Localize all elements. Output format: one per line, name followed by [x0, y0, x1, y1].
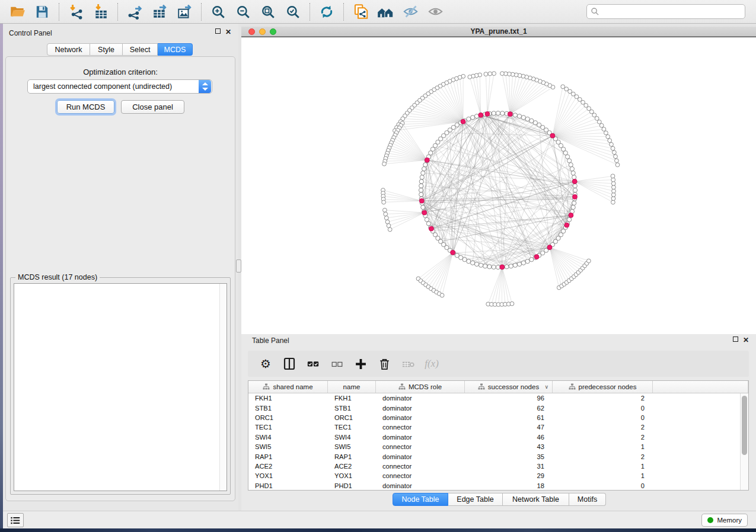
zoom-selected-icon — [285, 4, 301, 20]
column-header-predecessor-nodes[interactable]: predecessor nodes — [553, 381, 653, 393]
network-window-titlebar[interactable]: YPA_prune.txt_1 — [241, 27, 756, 37]
trash-icon — [378, 357, 391, 371]
table-scrollbar[interactable] — [740, 393, 748, 490]
main-toolbar — [0, 0, 756, 24]
column-header-filler — [653, 381, 748, 393]
memory-button[interactable]: Memory — [701, 514, 748, 527]
mcds-result-title: MCDS result (17 nodes) — [15, 273, 100, 281]
column-header-mcds-role[interactable]: MCDS role — [376, 381, 465, 393]
clone-network-button[interactable] — [348, 2, 373, 22]
export-network-button[interactable] — [122, 2, 147, 22]
checked-checkboxes-icon — [307, 357, 320, 370]
table-row[interactable]: YOX1 YOX1 connector 29 1 — [248, 471, 740, 480]
tab-select[interactable]: Select — [123, 43, 158, 56]
optimization-criterion-dropdown[interactable]: largest connected component (undirected) — [27, 79, 212, 94]
eye-slash-icon — [403, 4, 419, 20]
first-neighbors-button[interactable] — [373, 2, 398, 22]
tab-style[interactable]: Style — [90, 43, 123, 56]
column-header-name[interactable]: name — [328, 381, 376, 393]
close-panel-button[interactable]: Close panel — [121, 100, 184, 114]
zoom-out-icon — [235, 4, 251, 20]
tab-node-table[interactable]: Node Table — [393, 493, 448, 506]
column-header-shared-name[interactable]: shared name — [248, 381, 328, 393]
zoom-in-button[interactable] — [206, 2, 231, 22]
memory-label: Memory — [717, 517, 742, 524]
tab-network-table[interactable]: Network Table — [503, 493, 569, 506]
search-input[interactable] — [599, 8, 741, 16]
tab-edge-table[interactable]: Edge Table — [448, 493, 503, 506]
table-row[interactable]: PHD1 PHD1 dominator 18 0 — [248, 481, 740, 490]
hide-selected-button[interactable] — [398, 2, 423, 22]
table-row[interactable]: ORC1 ORC1 dominator 61 0 — [248, 413, 740, 422]
dropdown-selected-value: largest connected component (undirected) — [28, 82, 199, 91]
memory-status-icon — [707, 517, 713, 523]
table-row[interactable]: STB1 STB1 dominator 62 0 — [248, 403, 740, 412]
save-icon — [34, 4, 50, 20]
close-table-panel-icon[interactable]: ✕ — [743, 336, 749, 344]
select-all-columns-button[interactable] — [302, 353, 324, 374]
import-network-icon — [68, 4, 84, 20]
gear-icon: ⚙ — [260, 358, 271, 370]
delete-table-button-disabled — [397, 353, 419, 374]
table-scrollbar-thumb[interactable] — [742, 396, 747, 455]
network-graph — [241, 37, 755, 334]
column-header-successor-nodes[interactable]: successor nodes ∨ — [465, 381, 553, 393]
eye-icon — [428, 4, 444, 20]
table-row[interactable]: TEC1 TEC1 connector 47 2 — [248, 422, 740, 432]
import-network-button[interactable] — [63, 2, 88, 22]
zoom-in-icon — [210, 4, 226, 20]
export-image-icon — [177, 4, 192, 20]
show-columns-button[interactable] — [279, 353, 300, 374]
table-panel-title: Table Panel — [252, 336, 289, 345]
deselect-all-columns-button[interactable] — [326, 353, 347, 374]
zoom-out-button[interactable] — [231, 2, 256, 22]
zoom-fit-button[interactable] — [256, 2, 280, 22]
zoom-selected-button[interactable] — [280, 2, 305, 22]
mcds-tab-content: Optimization criterion: largest connecte… — [5, 56, 235, 501]
export-table-icon — [152, 4, 167, 20]
delete-table-icon — [401, 357, 415, 371]
tab-mcds[interactable]: MCDS — [158, 43, 193, 56]
create-column-button[interactable] — [350, 353, 371, 374]
columns-icon — [283, 357, 296, 371]
toolbar-separator — [310, 3, 310, 21]
desktop-wallpaper-bottom — [0, 528, 756, 532]
network-window-title: YPA_prune.txt_1 — [241, 27, 756, 36]
tab-network[interactable]: Network — [47, 43, 90, 56]
table-row[interactable]: RAP1 RAP1 dominator 35 2 — [248, 451, 740, 461]
tab-motifs[interactable]: Motifs — [569, 493, 606, 506]
import-table-button[interactable] — [88, 2, 113, 22]
dropdown-stepper-icon — [199, 80, 211, 93]
control-panel-tabs: Network Style Select MCDS — [47, 43, 193, 56]
column-namespace-icon — [398, 383, 406, 390]
function-builder-button-disabled: f(x) — [421, 353, 442, 374]
control-panel-title: Control Panel — [9, 29, 52, 37]
vertical-splitter-handle[interactable] — [236, 259, 241, 273]
table-row[interactable]: SWI5 SWI5 connector 43 1 — [248, 442, 740, 451]
export-image-button[interactable] — [172, 2, 197, 22]
close-panel-icon[interactable]: ✕ — [225, 28, 231, 36]
float-panel-icon[interactable] — [215, 28, 221, 34]
screen: Control Panel ✕ Network Style Select MCD… — [0, 0, 756, 532]
table-row[interactable]: SWI4 SWI4 dominator 46 2 — [248, 432, 740, 442]
sort-chevron-icon[interactable]: ∨ — [544, 384, 548, 390]
table-header-row: shared name name MCDS role successor nod… — [248, 381, 748, 393]
export-table-button[interactable] — [147, 2, 172, 22]
mcds-result-list[interactable] — [14, 283, 227, 491]
table-panel-tabs: Node Table Edge Table Network Table Moti… — [393, 493, 606, 506]
refresh-button[interactable] — [314, 2, 339, 22]
run-mcds-button[interactable]: Run MCDS — [57, 100, 114, 114]
table-settings-button[interactable]: ⚙ — [255, 353, 276, 374]
float-table-panel-icon[interactable] — [733, 336, 738, 342]
table-row[interactable]: ACE2 ACE2 connector 31 1 — [248, 462, 740, 471]
delete-column-button[interactable] — [374, 353, 395, 374]
list-scrollbar[interactable] — [219, 284, 227, 491]
save-session-button[interactable] — [30, 2, 55, 22]
status-bar: Memory — [3, 511, 756, 528]
show-log-button[interactable] — [7, 513, 24, 527]
table-row[interactable]: FKH1 FKH1 dominator 96 2 — [248, 393, 740, 403]
show-all-button[interactable] — [423, 2, 448, 22]
open-file-button[interactable] — [5, 2, 30, 22]
network-canvas[interactable] — [241, 37, 756, 334]
plus-icon — [355, 358, 367, 370]
